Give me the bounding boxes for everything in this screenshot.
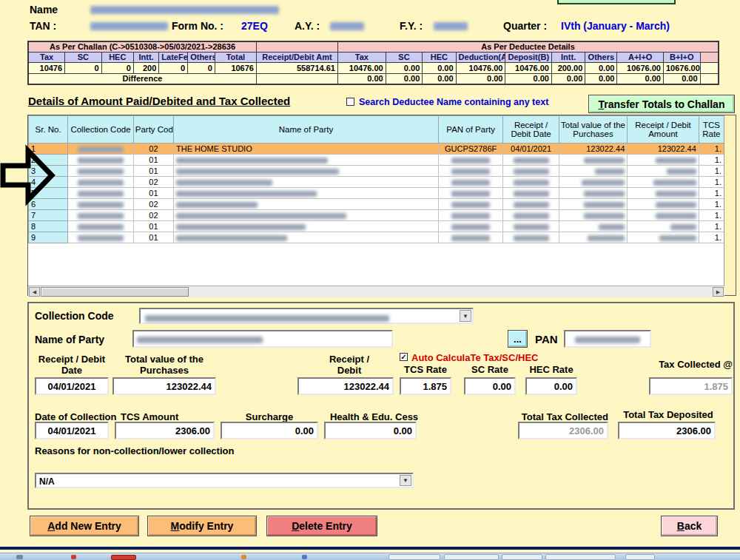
challan-difference-value: 0.00: [386, 73, 423, 84]
total-tax-collected-input: [518, 422, 608, 439]
taskbar-start-icon[interactable]: [16, 555, 23, 559]
grid-row[interactable]: 7021.: [29, 210, 724, 221]
taskbar-app-icon-3[interactable]: [241, 555, 246, 559]
deductee-grid: Sr. No.Collection CodeParty CodeName of …: [27, 115, 736, 296]
grid-cell: [438, 221, 502, 232]
challan-col-header: HEC: [101, 52, 133, 62]
grid-cell: 01: [133, 221, 173, 232]
taskbar-window-button-2[interactable]: [444, 554, 499, 560]
challan-summary-table: As Per Challan (C->0510308->05/03/2021->…: [27, 41, 719, 85]
back-button[interactable]: Back: [661, 516, 718, 536]
grid-cell: [438, 188, 502, 199]
reasons-dropdown[interactable]: N/A ▼: [35, 473, 414, 488]
hscroll-thumb[interactable]: [41, 287, 189, 297]
pan-input[interactable]: [564, 330, 651, 348]
grid-row[interactable]: 2011.: [29, 155, 724, 166]
grid-col-header: Receipt / DebitAmount: [628, 116, 699, 144]
taskbar-app-icon-2[interactable]: [111, 555, 136, 560]
grid-row[interactable]: 3011.: [29, 166, 724, 177]
collection-code-label: Collection Code: [35, 310, 114, 322]
sc-rate-label: SC Rate: [464, 364, 516, 375]
challan-col-header: SC: [65, 52, 102, 62]
collection-code-dropdown-arrow[interactable]: ▼: [460, 310, 471, 322]
top-clipped-button[interactable]: [557, 0, 676, 4]
grid-row[interactable]: 6021.: [29, 199, 724, 210]
search-checkbox[interactable]: [346, 98, 354, 106]
receipt-debit-date-label: Receipt / DebitDate: [31, 354, 112, 376]
collection-code-dropdown[interactable]: ▼: [139, 308, 474, 324]
modify-entry-button[interactable]: Modify Entry: [147, 516, 257, 536]
challan-value: 10676.00: [617, 62, 664, 73]
receipt-date-input[interactable]: [35, 377, 109, 395]
taskbar-window-button-5[interactable]: [625, 554, 655, 560]
pointer-arrow-annotation: [0, 142, 58, 206]
name-of-party-input[interactable]: [132, 330, 393, 348]
grid-cell: [174, 232, 439, 243]
date-of-collection-input[interactable]: [35, 422, 109, 439]
grid-cell: [503, 166, 559, 177]
challan-right-title: As Per Deductee Details: [337, 41, 719, 52]
delete-entry-button[interactable]: Delete Entry: [266, 516, 377, 536]
challan-col-header: Intt.: [133, 52, 159, 62]
grid-cell: [68, 210, 133, 221]
taskbar-app-icon-1[interactable]: [71, 555, 76, 559]
window-bottom-border: [0, 547, 740, 550]
grid-cell: [628, 188, 699, 199]
grid-cell: [628, 232, 699, 243]
total-tax-deposited-input[interactable]: [618, 422, 716, 439]
grid-cell: [68, 155, 133, 166]
grid-cell: [174, 177, 439, 188]
deductee-grid-table: Sr. No.Collection CodeParty CodeName of …: [28, 115, 724, 286]
grid-cell: [68, 177, 133, 188]
party-lookup-button[interactable]: ...: [508, 330, 528, 348]
grid-col-header: Total value of thePurchases: [559, 116, 627, 144]
cess-input[interactable]: [324, 422, 417, 439]
taskbar-window-button-4[interactable]: [545, 554, 616, 560]
taskbar-window-button-1[interactable]: [388, 554, 440, 560]
grid-row[interactable]: 5011.: [29, 188, 724, 199]
grid-cell: 1.: [699, 177, 724, 188]
reasons-dropdown-arrow[interactable]: ▼: [400, 475, 411, 486]
grid-horizontal-scrollbar[interactable]: ◀ ▶: [28, 286, 724, 297]
total-tax-collected-label: Total Tax Collected: [518, 411, 608, 422]
name-of-party-label: Name of Party: [35, 334, 104, 345]
auto-calc-label: Auto CalculaTe Tax/SC/HEC: [411, 352, 538, 363]
challan-receipt-value: 558714.61: [256, 62, 337, 73]
date-of-collection-label: Date of Collection: [35, 411, 117, 422]
taskbar[interactable]: [0, 553, 740, 560]
hscroll-right-arrow[interactable]: ▶: [713, 287, 724, 297]
grid-cell: [438, 166, 502, 177]
surcharge-input[interactable]: [221, 422, 318, 439]
add-new-entry-button[interactable]: Add New Entry: [30, 516, 139, 536]
grid-cell: [503, 221, 559, 232]
total-value-input[interactable]: [112, 377, 216, 395]
grid-cell: 1.: [699, 144, 724, 155]
tcs-rate-label: TCS Rate: [400, 364, 451, 375]
grid-row[interactable]: 9011.: [29, 232, 724, 243]
auto-calc-checkbox[interactable]: ✓: [400, 353, 408, 361]
grid-vertical-scrollbar[interactable]: [724, 115, 736, 295]
challan-col-header: A+I+O: [617, 52, 664, 62]
taskbar-app-icon-4[interactable]: [302, 555, 307, 559]
challan-difference-label: Difference: [28, 73, 256, 84]
grid-cell: 01: [133, 188, 173, 199]
grid-row[interactable]: 4021.: [29, 177, 724, 188]
name-label: Name: [30, 4, 58, 16]
sc-rate-input[interactable]: [464, 377, 516, 395]
grid-cell: [174, 166, 439, 177]
grid-row[interactable]: 102THE HOME STUDIOGUCPS2786F04/01/202112…: [29, 144, 724, 155]
grid-row[interactable]: 8011.: [29, 221, 724, 232]
tcs-amount-input[interactable]: [115, 422, 215, 439]
receipt-amount-input[interactable]: [297, 377, 394, 395]
taskbar-window-button-3[interactable]: [502, 554, 542, 560]
form-no-label: Form No. :: [172, 20, 223, 32]
transfer-totals-button[interactable]: Transfer Totals to Challan: [588, 95, 735, 113]
challan-col-header: B+I+O: [663, 52, 700, 62]
grid-cell: 04/01/2021: [503, 144, 559, 155]
grid-cell: [503, 188, 559, 199]
grid-cell: 1.: [699, 232, 724, 243]
hec-rate-input[interactable]: [525, 377, 577, 395]
tcs-rate-input[interactable]: [400, 377, 451, 395]
challan-value: 10476.00: [456, 62, 505, 73]
hscroll-left-arrow[interactable]: ◀: [29, 287, 40, 297]
